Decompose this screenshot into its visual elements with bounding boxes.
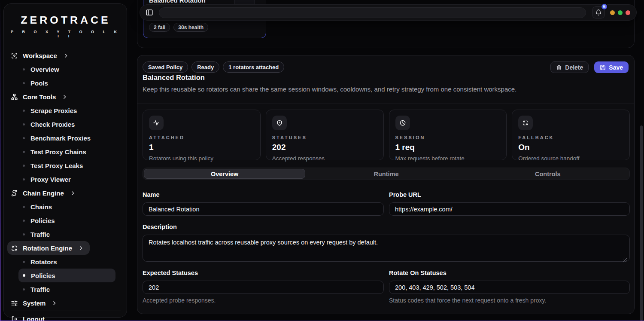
header-divider (137, 104, 634, 104)
chevron-right-icon (52, 300, 57, 306)
stat-value: 202 (272, 143, 377, 152)
sidebar-section-chain-engine[interactable]: Chain Engine (11, 186, 121, 200)
workspace-children: Overview Pools (14, 62, 121, 90)
status-dot-amber[interactable] (610, 10, 615, 15)
sidebar-item-scrape-proxies[interactable]: Scrape Proxies (14, 104, 121, 117)
save-button[interactable]: Save (594, 61, 629, 73)
stat-value: On (518, 143, 623, 152)
probe-url-label: Probe URL (389, 191, 421, 198)
bullet-icon (23, 178, 25, 180)
sliders-icon (11, 300, 18, 307)
shield-icon (276, 119, 283, 126)
tab-controls[interactable]: Controls (467, 169, 629, 179)
sidebar-item-rotation-traffic[interactable]: Traffic (14, 282, 121, 296)
chevron-right-icon (70, 190, 76, 196)
hierarchy-icon (11, 93, 18, 101)
rotate-on-statuses-field[interactable] (389, 281, 630, 294)
sidebar-item-proxy-viewer[interactable]: Proxy Viewer (14, 172, 121, 186)
stat-label: STATUSES (272, 135, 377, 140)
bullet-icon (23, 123, 25, 125)
sidebar-item-chain-traffic[interactable]: Traffic (14, 227, 121, 241)
stat-label: SESSION (395, 135, 501, 140)
status-dot-red[interactable] (626, 10, 630, 15)
stat-card-attached: ATTACHED 1 Rotators using this policy (143, 110, 261, 160)
sidebar-section-workspace[interactable]: Workspace (11, 49, 121, 62)
sidebar-item-rotation-policies-active[interactable]: Policies (18, 269, 115, 282)
section-label: Core Tools (23, 93, 56, 101)
app-window: ZEROTRACE P R O X Y T O O L K I T Worksp… (0, 0, 644, 321)
search-input[interactable] (159, 7, 586, 18)
policy-card-badges: 2 fail 30s health (149, 23, 208, 32)
probe-url-field[interactable] (389, 202, 630, 216)
brand-name: ZEROTRACE (11, 15, 121, 26)
description-field[interactable]: Rotates localhost traffic across reusabl… (143, 235, 630, 262)
route-icon (11, 190, 18, 197)
section-label: Workspace (23, 52, 57, 59)
bullet-icon (23, 274, 25, 277)
chevron-right-icon (78, 245, 84, 251)
activity-icon (153, 119, 160, 126)
bullet-icon (23, 151, 25, 153)
sidebar-section-core-tools[interactable]: Core Tools (11, 90, 121, 104)
bullet-icon (23, 137, 25, 139)
name-field[interactable] (143, 202, 384, 216)
chevron-right-icon (63, 53, 69, 58)
description-label: Description (143, 223, 177, 230)
page-scrollbar-thumb[interactable] (640, 125, 643, 321)
rotation-engine-children: Rotators Policies Traffic (14, 255, 121, 296)
chain-engine-children: Chains Policies Traffic (14, 200, 121, 241)
expected-statuses-hint: Accepted probe responses. (143, 297, 216, 304)
ready-badge: Ready (191, 61, 219, 73)
policy-detail-panel: Saved Policy Ready 1 rotators attached D… (137, 55, 635, 314)
sidebar-item-test-proxy-leaks[interactable]: Test Proxy Leaks (14, 159, 121, 172)
rotate-on-statuses-label: Rotate On Statuses (389, 269, 447, 276)
notifications-button[interactable]: 6 (592, 6, 605, 18)
bullet-icon (23, 206, 25, 208)
sidebar-item-chains[interactable]: Chains (14, 200, 121, 214)
bullet-icon (23, 233, 25, 235)
rotators-attached-badge: 1 rotators attached (223, 61, 284, 73)
sidebar-divider (11, 311, 121, 311)
bullet-icon (23, 288, 25, 290)
sidebar-item-chain-policies[interactable]: Policies (14, 214, 121, 227)
status-dot-green[interactable] (618, 10, 623, 15)
save-icon (600, 64, 606, 70)
core-tools-children: Scrape Proxies Check Proxies Benchmark P… (14, 104, 121, 186)
section-label: Rotation Engine (23, 245, 72, 252)
stat-sub: Rotators using this policy (149, 155, 254, 162)
sidebar-item-benchmark-proxies[interactable]: Benchmark Proxies (14, 131, 121, 145)
sidebar-item-logout[interactable]: Logout (11, 312, 121, 321)
name-label: Name (143, 191, 160, 198)
tab-runtime[interactable]: Runtime (305, 169, 467, 179)
stat-sub: Ordered source handoff (518, 155, 623, 162)
brand-tagline: P R O X Y T O O L K I T (11, 30, 121, 38)
stat-value: 1 (149, 143, 254, 152)
section-label: System (23, 300, 46, 307)
stat-sub: Max requests before rotate (395, 155, 501, 162)
stat-card-session: SESSION 1 req Max requests before rotate (389, 110, 507, 160)
delete-button[interactable]: Delete (550, 61, 589, 73)
rotate-icon (522, 119, 529, 126)
textarea-resize-handle[interactable] (623, 257, 627, 262)
bullet-icon (23, 68, 25, 70)
sidebar-item-overview[interactable]: Overview (14, 62, 121, 76)
sidebar-item-pools[interactable]: Pools (14, 76, 121, 90)
expected-statuses-field[interactable] (143, 281, 384, 294)
sidebar-section-system[interactable]: System (11, 296, 121, 310)
fail-count-badge: 2 fail (149, 23, 170, 32)
sidebar-section-rotation-engine[interactable]: Rotation Engine (7, 241, 90, 255)
bullet-icon (23, 110, 25, 112)
bell-icon (595, 9, 602, 16)
section-label: Chain Engine (23, 190, 64, 197)
policy-description: Keep this reusable so rotators can share… (143, 86, 516, 93)
stat-card-fallback: FALLBACK On Ordered source handoff (512, 110, 630, 160)
focus-icon (11, 52, 18, 59)
sidebar-item-test-proxy-chains[interactable]: Test Proxy Chains (14, 145, 121, 159)
window-status-dots (610, 10, 630, 15)
detail-tabs: Overview Runtime Controls (143, 168, 630, 180)
sidebar-item-check-proxies[interactable]: Check Proxies (14, 117, 121, 131)
sidebar-item-rotators[interactable]: Rotators (14, 255, 121, 269)
tab-overview[interactable]: Overview (144, 169, 305, 179)
sidebar-toggle-button[interactable] (143, 6, 155, 18)
policy-badges: Saved Policy Ready 1 rotators attached (143, 61, 284, 73)
